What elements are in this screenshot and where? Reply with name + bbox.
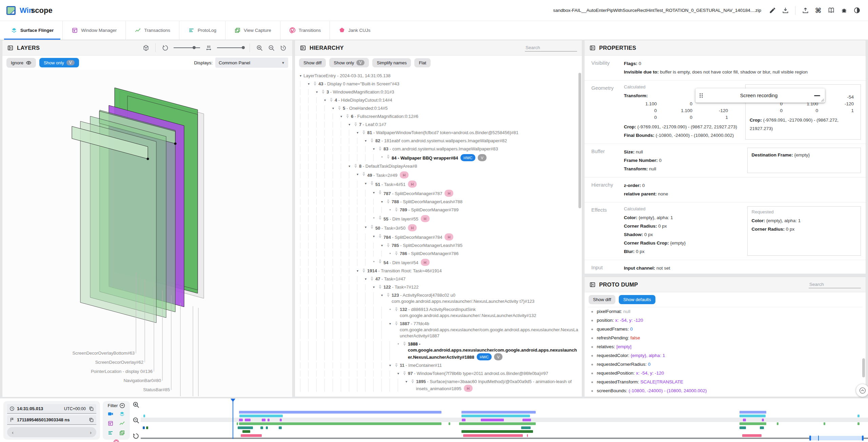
lane-purple-segment[interactable] bbox=[280, 419, 282, 421]
layers-3d-canvas[interactable]: ScreenDecorOverlayBottom#63ScreenDecorOv… bbox=[2, 70, 292, 397]
expand-arrow[interactable]: ▾ bbox=[330, 105, 336, 111]
tab-protolog[interactable]: ProtoLog bbox=[179, 21, 225, 40]
show-defaults-chip[interactable]: Show defaults bbox=[619, 295, 655, 304]
show-diff-chip[interactable]: Show diff bbox=[299, 58, 326, 67]
pin-icon[interactable] bbox=[385, 293, 392, 297]
collapse-panel-icon[interactable] bbox=[300, 45, 306, 51]
filter-transitions-icon[interactable] bbox=[112, 438, 120, 442]
expand-arrow[interactable]: ▾ bbox=[363, 224, 369, 230]
hierarchy-node[interactable]: ▾122 - Task=7#122 bbox=[295, 283, 582, 291]
expand-arrow[interactable]: ▾ bbox=[371, 284, 377, 290]
pin-icon[interactable] bbox=[393, 307, 400, 312]
pin-icon[interactable] bbox=[369, 225, 375, 229]
expand-arrow[interactable]: ▾ bbox=[322, 97, 328, 103]
collapse-panel-icon[interactable] bbox=[7, 45, 14, 51]
spacing-slider[interactable] bbox=[217, 47, 243, 48]
expand-arrow[interactable]: ▾ bbox=[298, 73, 303, 79]
lane-green-segment[interactable] bbox=[824, 422, 825, 425]
zoom-selection-right-handle[interactable] bbox=[862, 436, 864, 441]
pin-icon[interactable] bbox=[360, 172, 367, 176]
lane-periwinkle-segment[interactable] bbox=[461, 411, 536, 414]
pin-icon[interactable] bbox=[401, 341, 408, 346]
lane-teal-segment[interactable] bbox=[143, 426, 145, 429]
lane-cyan-segment[interactable] bbox=[143, 415, 145, 417]
hierarchy-node[interactable]: ▾784 - SplitDecorManager#784H bbox=[295, 232, 582, 241]
proto-property-row[interactable]: requestedTransform:SCALE|TRANSLATE bbox=[588, 378, 863, 386]
lane-green-segment[interactable] bbox=[739, 422, 766, 425]
lane-green-segment[interactable] bbox=[777, 422, 778, 425]
pin-icon[interactable] bbox=[328, 98, 335, 102]
timeline-zoom-in-icon[interactable] bbox=[132, 401, 140, 408]
proto-property-row[interactable]: refreshPending:false bbox=[588, 334, 863, 342]
lane-periwinkle-segment[interactable] bbox=[239, 411, 441, 414]
pin-icon[interactable] bbox=[352, 122, 359, 127]
proto-property-row[interactable]: requestedColor:{empty}, alpha: 1 bbox=[588, 351, 863, 360]
hierarchy-node[interactable]: ▾43 - Display 0 name="Built-in Screen"#4… bbox=[295, 80, 582, 88]
tab-transactions[interactable]: Transactions bbox=[125, 21, 179, 40]
expand-arrow[interactable]: ▾ bbox=[363, 138, 369, 144]
lane-teal-segment[interactable] bbox=[260, 426, 263, 429]
lane-purple-segment[interactable] bbox=[239, 419, 243, 421]
lane-cyan-segment[interactable] bbox=[857, 415, 860, 417]
lane-pink-segment[interactable] bbox=[241, 434, 262, 437]
lane-teal-segment[interactable] bbox=[146, 426, 148, 429]
human-time-input[interactable]: 14:31:05.013 UTC+00:00 bbox=[7, 404, 96, 414]
proto-property-row[interactable]: requestedCornerRadius:0 bbox=[588, 360, 863, 369]
hierarchy-node[interactable]: ▾785 - SplitDecorManagerLeash#785 bbox=[295, 241, 582, 250]
3d-view-icon[interactable] bbox=[141, 43, 150, 52]
timeline-canvas[interactable] bbox=[0, 398, 868, 442]
edit-trace-icon[interactable] bbox=[767, 5, 777, 16]
pin-icon[interactable] bbox=[385, 199, 392, 204]
proto-property-row[interactable]: queuedFrames:0 bbox=[588, 325, 863, 334]
flat-chip[interactable]: Flat bbox=[414, 58, 431, 67]
copy-time-icon[interactable] bbox=[89, 406, 94, 411]
hierarchy-node[interactable]: ▾788 - SplitDecorManagerLeash#788 bbox=[295, 198, 582, 206]
collapse-panel-icon[interactable] bbox=[589, 45, 596, 51]
lane-teal-segment[interactable] bbox=[266, 426, 268, 429]
hierarchy-node[interactable]: ▾123 - ActivityRecord{4788c02 u0 com.goo… bbox=[295, 291, 582, 306]
lane-purple-segment[interactable] bbox=[462, 419, 466, 421]
pin-icon[interactable] bbox=[393, 251, 400, 256]
expand-arrow[interactable]: ▾ bbox=[314, 89, 320, 95]
hierarchy-node[interactable]: •54 - Dim layer#54H bbox=[295, 258, 582, 267]
pin-icon[interactable] bbox=[393, 321, 400, 326]
proto-scrollbar[interactable] bbox=[862, 358, 865, 377]
hierarchy-node[interactable]: •786 - SplitDecorManager#786 bbox=[295, 250, 582, 258]
pin-icon[interactable] bbox=[336, 106, 343, 110]
ignore-chip[interactable]: Ignore bbox=[6, 58, 36, 68]
hierarchy-node[interactable]: ▾1895 - Surface(name=3baac60 InputMethod… bbox=[295, 378, 582, 393]
zoom-out-icon[interactable] bbox=[267, 43, 276, 52]
hierarchy-node[interactable]: ▾3 - WindowedMagnification:0:31#3 bbox=[295, 88, 582, 96]
lane-teal-segment[interactable] bbox=[279, 426, 282, 429]
hierarchy-node[interactable]: ▾4 - HideDisplayCutout:0:14#4 bbox=[295, 96, 582, 104]
proto-property-row[interactable]: screenBounds:(-10800, -24000) - (10800, … bbox=[588, 386, 863, 395]
download-trace-icon[interactable] bbox=[780, 5, 790, 16]
filter-transactions-icon[interactable] bbox=[118, 419, 126, 427]
hierarchy-node[interactable]: ▾6 - FullscreenMagnification:0:12#6 bbox=[295, 112, 582, 121]
hierarchy-node[interactable]: •1888 - com.google.android.apps.nexuslau… bbox=[295, 340, 582, 361]
upload-trace-icon[interactable] bbox=[800, 5, 810, 16]
hierarchy-node[interactable]: ▾LayerTraceEntry - 2024-03-31, 14:31:05.… bbox=[295, 72, 582, 80]
show-diff-chip[interactable]: Show diff bbox=[589, 295, 615, 304]
hierarchy-node[interactable]: ▾51 - Task=4#51H bbox=[295, 180, 582, 189]
pin-icon[interactable] bbox=[352, 164, 359, 168]
pin-icon[interactable] bbox=[369, 138, 375, 143]
filter-window-manager-icon[interactable] bbox=[106, 419, 115, 427]
collapse-filter-icon[interactable] bbox=[119, 403, 125, 408]
pin-icon[interactable] bbox=[312, 81, 318, 86]
zoom-in-icon[interactable] bbox=[255, 43, 264, 52]
expand-arrow[interactable]: ▾ bbox=[355, 268, 360, 274]
expand-arrow[interactable]: ▾ bbox=[379, 199, 385, 205]
hierarchy-node[interactable]: ▾5 - OneHanded:0:14#5 bbox=[295, 104, 582, 112]
pin-icon[interactable] bbox=[393, 363, 400, 367]
shortcuts-icon[interactable]: ⌘ bbox=[813, 5, 823, 16]
minimize-icon[interactable] bbox=[814, 95, 820, 96]
pin-icon[interactable] bbox=[401, 371, 408, 376]
filter-view-capture-icon[interactable] bbox=[118, 429, 126, 437]
timeline-zoom-reset-icon[interactable] bbox=[132, 432, 140, 440]
hierarchy-node[interactable]: ▾7 - Leaf:0:1#7 bbox=[295, 121, 582, 129]
lane-purple-segment[interactable] bbox=[762, 419, 764, 421]
hierarchy-node[interactable]: ▾50 - Task=3#50H bbox=[295, 223, 582, 232]
expand-arrow[interactable]: ▾ bbox=[347, 163, 352, 169]
lane-darkgreen-segment[interactable] bbox=[242, 430, 250, 433]
